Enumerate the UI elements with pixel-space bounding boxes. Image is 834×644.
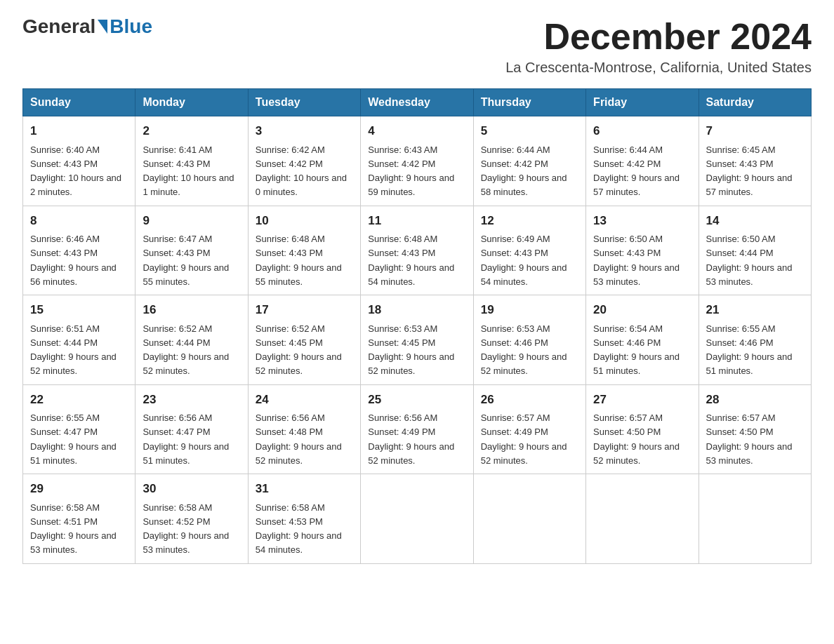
day-number: 6 bbox=[593, 122, 691, 140]
day-info: Sunrise: 6:53 AMSunset: 4:45 PMDaylight:… bbox=[368, 323, 454, 377]
day-info: Sunrise: 6:55 AMSunset: 4:47 PMDaylight:… bbox=[30, 412, 117, 466]
day-info: Sunrise: 6:50 AMSunset: 4:43 PMDaylight:… bbox=[593, 234, 680, 287]
calendar-cell: 5 Sunrise: 6:44 AMSunset: 4:42 PMDayligh… bbox=[473, 116, 585, 206]
day-number: 23 bbox=[143, 391, 240, 409]
day-number: 30 bbox=[143, 480, 240, 498]
day-number: 4 bbox=[368, 122, 465, 140]
day-number: 25 bbox=[368, 391, 465, 409]
day-info: Sunrise: 6:40 AMSunset: 4:43 PMDaylight:… bbox=[30, 145, 121, 198]
page-header: General Blue December 2024 La Crescenta-… bbox=[22, 17, 812, 76]
calendar-cell: 16 Sunrise: 6:52 AMSunset: 4:44 PMDaylig… bbox=[135, 295, 248, 385]
day-info: Sunrise: 6:58 AMSunset: 4:53 PMDaylight:… bbox=[256, 502, 342, 556]
day-number: 19 bbox=[481, 301, 578, 319]
calendar-week-row: 29 Sunrise: 6:58 AMSunset: 4:51 PMDaylig… bbox=[23, 474, 812, 564]
day-info: Sunrise: 6:46 AMSunset: 4:43 PMDaylight:… bbox=[30, 234, 117, 287]
day-info: Sunrise: 6:54 AMSunset: 4:46 PMDaylight:… bbox=[593, 323, 680, 377]
month-title: December 2024 bbox=[505, 17, 812, 57]
logo-triangle-icon bbox=[98, 20, 107, 34]
calendar-cell bbox=[699, 474, 811, 564]
day-number: 20 bbox=[593, 301, 691, 319]
calendar-cell: 13 Sunrise: 6:50 AMSunset: 4:43 PMDaylig… bbox=[586, 206, 699, 295]
day-info: Sunrise: 6:58 AMSunset: 4:51 PMDaylight:… bbox=[30, 502, 117, 556]
day-info: Sunrise: 6:57 AMSunset: 4:50 PMDaylight:… bbox=[593, 412, 680, 466]
weekday-header-sunday: Sunday bbox=[23, 89, 135, 116]
day-info: Sunrise: 6:42 AMSunset: 4:42 PMDaylight:… bbox=[256, 145, 347, 198]
day-info: Sunrise: 6:43 AMSunset: 4:42 PMDaylight:… bbox=[368, 145, 454, 198]
day-number: 14 bbox=[706, 212, 804, 230]
calendar-cell bbox=[473, 474, 585, 564]
calendar-cell: 1 Sunrise: 6:40 AMSunset: 4:43 PMDayligh… bbox=[23, 116, 135, 206]
day-info: Sunrise: 6:47 AMSunset: 4:43 PMDaylight:… bbox=[143, 234, 229, 287]
day-number: 18 bbox=[368, 301, 465, 319]
calendar-cell: 22 Sunrise: 6:55 AMSunset: 4:47 PMDaylig… bbox=[23, 384, 135, 474]
day-info: Sunrise: 6:48 AMSunset: 4:43 PMDaylight:… bbox=[368, 234, 454, 287]
calendar-cell: 3 Sunrise: 6:42 AMSunset: 4:42 PMDayligh… bbox=[248, 116, 360, 206]
weekday-header-friday: Friday bbox=[586, 89, 699, 116]
calendar-cell: 12 Sunrise: 6:49 AMSunset: 4:43 PMDaylig… bbox=[473, 206, 585, 295]
day-number: 31 bbox=[256, 480, 353, 498]
calendar-cell: 31 Sunrise: 6:58 AMSunset: 4:53 PMDaylig… bbox=[248, 474, 360, 564]
day-info: Sunrise: 6:50 AMSunset: 4:44 PMDaylight:… bbox=[706, 234, 793, 287]
day-info: Sunrise: 6:57 AMSunset: 4:50 PMDaylight:… bbox=[706, 412, 793, 466]
calendar-table: SundayMondayTuesdayWednesdayThursdayFrid… bbox=[22, 88, 812, 564]
weekday-header-saturday: Saturday bbox=[699, 89, 811, 116]
calendar-cell: 19 Sunrise: 6:53 AMSunset: 4:46 PMDaylig… bbox=[473, 295, 585, 385]
day-info: Sunrise: 6:57 AMSunset: 4:49 PMDaylight:… bbox=[481, 412, 567, 466]
day-info: Sunrise: 6:49 AMSunset: 4:43 PMDaylight:… bbox=[481, 234, 567, 287]
title-block: December 2024 La Crescenta-Montrose, Cal… bbox=[505, 17, 812, 76]
day-number: 1 bbox=[30, 122, 128, 140]
day-number: 22 bbox=[30, 391, 128, 409]
day-number: 5 bbox=[481, 122, 578, 140]
day-number: 2 bbox=[143, 122, 240, 140]
day-number: 8 bbox=[30, 212, 128, 230]
calendar-cell: 28 Sunrise: 6:57 AMSunset: 4:50 PMDaylig… bbox=[699, 384, 811, 474]
calendar-cell: 29 Sunrise: 6:58 AMSunset: 4:51 PMDaylig… bbox=[23, 474, 135, 564]
calendar-cell: 11 Sunrise: 6:48 AMSunset: 4:43 PMDaylig… bbox=[361, 206, 473, 295]
day-number: 16 bbox=[143, 301, 240, 319]
day-number: 27 bbox=[593, 391, 691, 409]
day-info: Sunrise: 6:56 AMSunset: 4:49 PMDaylight:… bbox=[368, 412, 454, 466]
day-number: 21 bbox=[706, 301, 804, 319]
weekday-header-thursday: Thursday bbox=[473, 89, 585, 116]
day-number: 15 bbox=[30, 301, 128, 319]
day-number: 11 bbox=[368, 212, 465, 230]
weekday-header-wednesday: Wednesday bbox=[361, 89, 473, 116]
calendar-cell: 20 Sunrise: 6:54 AMSunset: 4:46 PMDaylig… bbox=[586, 295, 699, 385]
calendar-cell: 9 Sunrise: 6:47 AMSunset: 4:43 PMDayligh… bbox=[135, 206, 248, 295]
calendar-cell: 24 Sunrise: 6:56 AMSunset: 4:48 PMDaylig… bbox=[248, 384, 360, 474]
day-info: Sunrise: 6:53 AMSunset: 4:46 PMDaylight:… bbox=[481, 323, 567, 377]
weekday-header-monday: Monday bbox=[135, 89, 248, 116]
day-number: 10 bbox=[256, 212, 353, 230]
day-info: Sunrise: 6:58 AMSunset: 4:52 PMDaylight:… bbox=[143, 502, 229, 556]
day-number: 26 bbox=[481, 391, 578, 409]
calendar-cell: 7 Sunrise: 6:45 AMSunset: 4:43 PMDayligh… bbox=[699, 116, 811, 206]
calendar-cell: 6 Sunrise: 6:44 AMSunset: 4:42 PMDayligh… bbox=[586, 116, 699, 206]
weekday-header-tuesday: Tuesday bbox=[248, 89, 360, 116]
calendar-cell bbox=[361, 474, 473, 564]
day-info: Sunrise: 6:48 AMSunset: 4:43 PMDaylight:… bbox=[256, 234, 342, 287]
calendar-cell: 18 Sunrise: 6:53 AMSunset: 4:45 PMDaylig… bbox=[361, 295, 473, 385]
weekday-header-row: SundayMondayTuesdayWednesdayThursdayFrid… bbox=[23, 89, 812, 116]
day-info: Sunrise: 6:52 AMSunset: 4:45 PMDaylight:… bbox=[256, 323, 342, 377]
logo-blue-text: Blue bbox=[110, 17, 152, 36]
location-title: La Crescenta-Montrose, California, Unite… bbox=[505, 60, 812, 76]
calendar-cell: 21 Sunrise: 6:55 AMSunset: 4:46 PMDaylig… bbox=[699, 295, 811, 385]
calendar-cell: 25 Sunrise: 6:56 AMSunset: 4:49 PMDaylig… bbox=[361, 384, 473, 474]
day-info: Sunrise: 6:56 AMSunset: 4:48 PMDaylight:… bbox=[256, 412, 342, 466]
day-number: 28 bbox=[706, 391, 804, 409]
calendar-week-row: 22 Sunrise: 6:55 AMSunset: 4:47 PMDaylig… bbox=[23, 384, 812, 474]
calendar-cell: 8 Sunrise: 6:46 AMSunset: 4:43 PMDayligh… bbox=[23, 206, 135, 295]
calendar-cell bbox=[586, 474, 699, 564]
day-info: Sunrise: 6:51 AMSunset: 4:44 PMDaylight:… bbox=[30, 323, 117, 377]
calendar-cell: 15 Sunrise: 6:51 AMSunset: 4:44 PMDaylig… bbox=[23, 295, 135, 385]
calendar-week-row: 15 Sunrise: 6:51 AMSunset: 4:44 PMDaylig… bbox=[23, 295, 812, 385]
day-number: 13 bbox=[593, 212, 691, 230]
day-info: Sunrise: 6:52 AMSunset: 4:44 PMDaylight:… bbox=[143, 323, 229, 377]
day-info: Sunrise: 6:44 AMSunset: 4:42 PMDaylight:… bbox=[481, 145, 567, 198]
calendar-cell: 17 Sunrise: 6:52 AMSunset: 4:45 PMDaylig… bbox=[248, 295, 360, 385]
calendar-cell: 26 Sunrise: 6:57 AMSunset: 4:49 PMDaylig… bbox=[473, 384, 585, 474]
calendar-cell: 4 Sunrise: 6:43 AMSunset: 4:42 PMDayligh… bbox=[361, 116, 473, 206]
calendar-cell: 23 Sunrise: 6:56 AMSunset: 4:47 PMDaylig… bbox=[135, 384, 248, 474]
day-number: 7 bbox=[706, 122, 804, 140]
day-number: 3 bbox=[256, 122, 353, 140]
